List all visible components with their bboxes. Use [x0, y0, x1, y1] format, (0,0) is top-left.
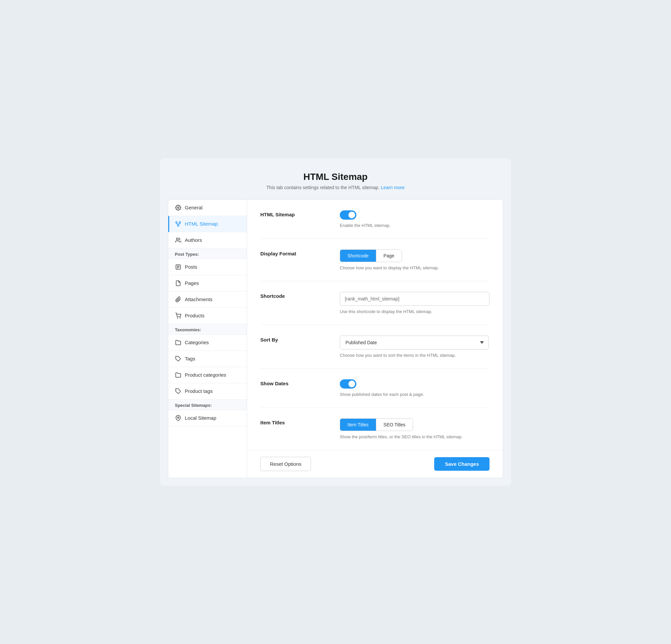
shortcode-input[interactable] [340, 292, 490, 306]
product-categories-folder-icon [175, 372, 181, 378]
sidebar-label-product-tags: Product tags [185, 388, 213, 394]
item-titles-item[interactable]: Item Titles [340, 419, 376, 431]
sidebar-label-html-sitemap: HTML Sitemap [185, 221, 218, 227]
setting-sort-by: Sort By Published Date Modified Date Alp… [260, 325, 490, 369]
pages-icon [175, 280, 181, 287]
sort-by-control: Published Date Modified Date Alphabetica… [340, 336, 490, 358]
sidebar-item-general[interactable]: General [168, 200, 247, 216]
item-titles-description: Show the post/term titles, or the SEO ti… [340, 434, 490, 439]
svg-point-0 [178, 207, 179, 209]
section-special-sitemaps: Special Sitemaps: [168, 400, 247, 410]
gear-icon [175, 204, 181, 211]
html-sitemap-description: Enable the HTML sitemap. [340, 223, 490, 228]
shortcode-control: Use this shortcode to display the HTML s… [340, 292, 490, 314]
attachments-icon [175, 296, 181, 303]
svg-point-10 [180, 318, 180, 318]
item-titles-btn-group: Item Titles SEO Titles [340, 418, 413, 431]
page-footer: Reset Options Save Changes [247, 450, 503, 478]
sidebar: General HTML Sitemap [168, 200, 247, 478]
html-sitemap-toggle[interactable] [340, 210, 356, 220]
sidebar-label-products: Products [185, 313, 204, 318]
products-icon [175, 312, 181, 319]
page-header: HTML Sitemap This tab contains settings … [168, 166, 503, 199]
item-titles-label: Item Titles [260, 418, 327, 425]
sidebar-label-tags: Tags [185, 356, 195, 362]
sidebar-item-categories[interactable]: Categories [168, 334, 247, 351]
save-changes-button[interactable]: Save Changes [434, 457, 490, 471]
display-format-page[interactable]: Page [376, 250, 402, 262]
sidebar-label-local-sitemap: Local Sitemap [185, 415, 216, 421]
setting-show-dates: Show Dates Show published dates for each… [260, 369, 490, 408]
html-sitemap-label: HTML Sitemap [260, 210, 327, 217]
sidebar-item-authors[interactable]: Authors [168, 232, 247, 249]
show-dates-control: Show published dates for each post & pag… [340, 379, 490, 397]
sidebar-label-authors: Authors [185, 237, 202, 243]
page-title: HTML Sitemap [168, 172, 503, 182]
content-area: HTML Sitemap Enable the HTML sitemap. Di… [247, 200, 503, 478]
sidebar-item-attachments[interactable]: Attachments [168, 291, 247, 308]
main-panel: General HTML Sitemap [168, 199, 503, 478]
section-post-types: Post Types: [168, 249, 247, 259]
svg-rect-2 [179, 222, 181, 223]
sidebar-item-tags[interactable]: Tags [168, 351, 247, 367]
item-titles-seo[interactable]: SEO Titles [376, 419, 413, 431]
authors-icon [175, 237, 181, 243]
sort-by-select[interactable]: Published Date Modified Date Alphabetica… [340, 336, 489, 350]
sidebar-label-attachments: Attachments [185, 296, 212, 302]
display-format-label: Display Format [260, 250, 327, 256]
sidebar-item-product-categories[interactable]: Product categories [168, 367, 247, 383]
sidebar-item-products[interactable]: Products [168, 308, 247, 324]
sidebar-item-product-tags[interactable]: Product tags [168, 383, 247, 400]
setting-shortcode: Shortcode Use this shortcode to display … [260, 281, 490, 325]
sidebar-label-product-categories: Product categories [185, 372, 226, 378]
location-icon [175, 415, 181, 421]
tags-icon [175, 355, 181, 362]
sidebar-label-posts: Posts [185, 264, 198, 270]
product-tags-icon [175, 388, 181, 394]
show-dates-label: Show Dates [260, 379, 327, 386]
reset-options-button[interactable]: Reset Options [260, 457, 311, 471]
shortcode-label: Shortcode [260, 292, 327, 299]
section-taxonomies: Taxonomies: [168, 324, 247, 334]
categories-folder-icon [175, 339, 181, 346]
page-container: HTML Sitemap This tab contains settings … [160, 159, 511, 486]
sort-by-description: Choose how you want to sort the items in… [340, 353, 490, 358]
display-format-shortcode[interactable]: Shortcode [340, 250, 376, 262]
svg-point-13 [178, 417, 179, 418]
show-dates-toggle[interactable] [340, 379, 356, 389]
sidebar-label-categories: Categories [185, 340, 209, 345]
html-sitemap-control: Enable the HTML sitemap. [340, 210, 490, 228]
show-dates-description: Show published dates for each post & pag… [340, 392, 490, 397]
sidebar-item-html-sitemap[interactable]: HTML Sitemap [168, 216, 247, 232]
sitemap-icon [175, 220, 181, 227]
setting-display-format: Display Format Shortcode Page Choose how… [260, 239, 490, 281]
settings-content: HTML Sitemap Enable the HTML sitemap. Di… [247, 200, 503, 450]
page-subtitle: This tab contains settings related to th… [168, 185, 503, 190]
svg-point-9 [177, 318, 178, 318]
svg-rect-3 [178, 225, 179, 226]
setting-item-titles: Item Titles Item Titles SEO Titles Show … [260, 408, 490, 450]
svg-point-4 [177, 238, 178, 240]
sidebar-item-posts[interactable]: Posts [168, 259, 247, 275]
sidebar-item-local-sitemap[interactable]: Local Sitemap [168, 410, 247, 426]
display-format-btn-group: Shortcode Page [340, 250, 402, 262]
sort-by-label: Sort By [260, 336, 327, 342]
display-format-description: Choose how you want to display the HTML … [340, 265, 490, 270]
sidebar-label-pages: Pages [185, 280, 199, 286]
display-format-control: Shortcode Page Choose how you want to di… [340, 250, 490, 270]
sidebar-label-general: General [185, 205, 202, 210]
posts-icon [175, 264, 181, 270]
svg-rect-1 [176, 222, 178, 223]
setting-html-sitemap: HTML Sitemap Enable the HTML sitemap. [260, 200, 490, 239]
shortcode-description: Use this shortcode to display the HTML s… [340, 309, 490, 314]
learn-more-link[interactable]: Learn more [381, 185, 405, 190]
item-titles-control: Item Titles SEO Titles Show the post/ter… [340, 418, 490, 439]
sidebar-item-pages[interactable]: Pages [168, 275, 247, 291]
